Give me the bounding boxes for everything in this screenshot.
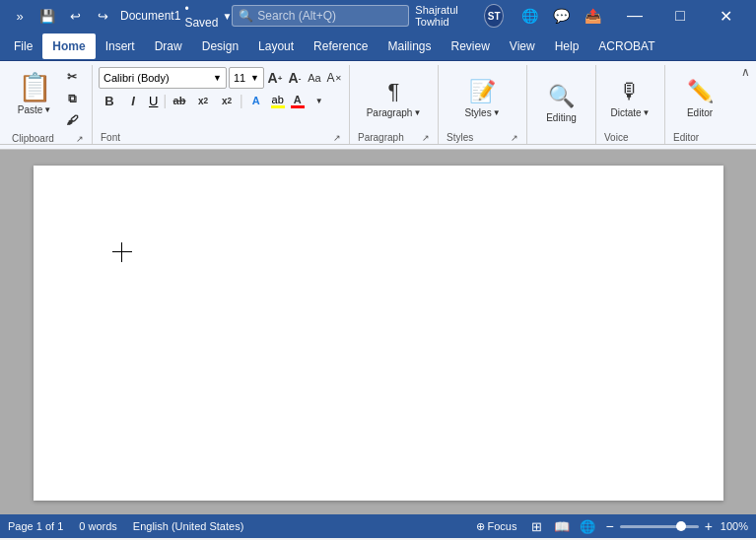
font-name-selector[interactable]: Calibri (Body) ▼ (99, 67, 227, 89)
styles-launcher[interactable]: ↗ (511, 133, 518, 143)
menu-home[interactable]: Home (42, 34, 95, 59)
highlight-btn[interactable]: ab (269, 93, 287, 109)
read-mode-btn[interactable]: 📖 (552, 516, 572, 536)
clipboard-launcher[interactable]: ↗ (76, 134, 84, 144)
cursor-vertical (121, 242, 122, 262)
menu-design[interactable]: Design (192, 34, 248, 59)
strikethrough-btn[interactable]: ab (169, 91, 190, 110)
menu-acrobat[interactable]: ACROBAT (588, 34, 664, 59)
superscript-btn[interactable]: x2 (216, 91, 238, 110)
expand-ribbon-btn[interactable]: » (8, 4, 32, 28)
dictate-label-area: Dictate ▼ (610, 107, 650, 118)
font-color-dropdown[interactable]: ▼ (309, 91, 330, 110)
font-launcher[interactable]: ↗ (333, 133, 341, 143)
undo-btn[interactable]: ↩ (63, 4, 87, 28)
paragraph-btn[interactable]: ¶ Paragraph ▼ (361, 71, 428, 126)
redo-btn[interactable]: ↪ (91, 4, 114, 28)
editing-group-label-row (533, 142, 589, 144)
font-content: Calibri (Body) ▼ 11 ▼ A+ A- Aa A✕ B I (99, 65, 343, 131)
clipboard-label: Clipboard (12, 133, 54, 144)
font-color-btn[interactable]: A (289, 93, 307, 109)
ribbon-group-editor: ✏️ Editor Editor (665, 65, 734, 144)
menu-view[interactable]: View (500, 34, 545, 59)
focus-btn[interactable]: ⊕ Focus (472, 516, 521, 536)
paragraph-dropdown-icon[interactable]: ▼ (413, 108, 421, 117)
increase-font-size-btn[interactable]: A+ (266, 69, 284, 87)
zoom-plus-btn[interactable]: + (703, 518, 715, 534)
search-bar[interactable]: 🔍 (232, 5, 409, 27)
user-profile[interactable]: Shajratul Towhid ST (409, 2, 510, 30)
styles-btn[interactable]: 📝 Styles ▼ (458, 71, 506, 126)
styles-dropdown-icon[interactable]: ▼ (493, 108, 501, 117)
voice-content: 🎙 Dictate ▼ (604, 65, 655, 131)
font-name-dropdown[interactable]: ▼ (213, 73, 222, 83)
clear-format-btn[interactable]: A✕ (325, 69, 343, 87)
clipboard-content: 📋 Paste ▼ ✂ ⧉ 🖌 (10, 65, 86, 132)
menu-help[interactable]: Help (545, 34, 589, 59)
ribbon-group-editing: 🔍 Editing (527, 65, 596, 144)
font-size-selector[interactable]: 11 ▼ (229, 67, 264, 89)
font-row1: Calibri (Body) ▼ 11 ▼ A+ A- Aa A✕ (99, 67, 343, 89)
maximize-btn[interactable]: □ (657, 0, 703, 32)
minimize-btn[interactable]: — (612, 0, 657, 32)
font-label: Font (101, 132, 120, 143)
bold-btn[interactable]: B (99, 91, 120, 110)
cut-btn[interactable]: ✂ (61, 67, 83, 87)
document-page[interactable] (34, 166, 723, 501)
menu-insert[interactable]: Insert (96, 34, 145, 59)
comments-icon[interactable]: 💬 (547, 4, 575, 28)
menu-reference[interactable]: Reference (304, 34, 378, 59)
menu-layout[interactable]: Layout (248, 34, 304, 59)
voice-label-row: Voice (602, 131, 658, 144)
underline-btn[interactable]: U (146, 93, 161, 109)
window-controls: — □ ✕ (612, 0, 748, 32)
menu-draw[interactable]: Draw (145, 34, 192, 59)
text-effects-btn[interactable]: A (245, 91, 267, 110)
paragraph-icon: ¶ (388, 79, 400, 104)
paragraph-label-row: Paragraph ↗ (356, 131, 432, 144)
print-layout-btn[interactable]: ⊞ (526, 516, 546, 536)
change-case-btn[interactable]: Aa (306, 69, 323, 87)
paste-dropdown-icon[interactable]: ▼ (43, 105, 51, 114)
ribbon-sep1: | (163, 93, 167, 108)
italic-btn[interactable]: I (122, 91, 144, 110)
decrease-font-size-btn[interactable]: A- (286, 69, 304, 87)
share-icon[interactable]: 📤 (579, 4, 606, 28)
avatar: ST (484, 4, 504, 28)
save-btn[interactable]: 💾 (35, 4, 59, 28)
close-btn[interactable]: ✕ (703, 0, 748, 32)
menu-review[interactable]: Review (442, 34, 500, 59)
doc-title: Document1 (120, 9, 180, 23)
zoom-minus-btn[interactable]: − (603, 518, 615, 534)
font-size-dropdown[interactable]: ▼ (250, 73, 259, 83)
dictate-icon: 🎙 (619, 79, 641, 104)
search-input[interactable] (257, 9, 402, 23)
web-layout-btn[interactable]: 🌐 (578, 516, 597, 536)
zoom-slider-thumb[interactable] (676, 521, 686, 531)
styles-content: 📝 Styles ▼ (458, 65, 506, 131)
editor-btn[interactable]: ✏️ Editor (680, 71, 720, 126)
paste-btn[interactable]: 📋 Paste ▼ (10, 67, 59, 122)
cursor-area (112, 244, 114, 262)
ribbon-collapse-btn[interactable]: ∧ (741, 65, 750, 79)
paragraph-label-area: Paragraph ▼ (367, 107, 422, 118)
menu-mailings[interactable]: Mailings (378, 34, 441, 59)
zoom-control: − + (603, 518, 714, 534)
dictate-btn[interactable]: 🎙 Dictate ▼ (604, 71, 655, 126)
menu-file[interactable]: File (4, 34, 42, 59)
ribbon-display-icon[interactable]: 🌐 (515, 4, 543, 28)
editor-group-label: Editor (673, 132, 699, 143)
paragraph-label: Paragraph (367, 107, 413, 118)
dictate-dropdown[interactable]: ▼ (643, 108, 651, 117)
editor-label-area: Editor (687, 107, 713, 118)
collapse-icon: ∧ (741, 65, 750, 79)
zoom-slider-track[interactable] (620, 525, 699, 528)
title-dropdown-icon[interactable]: ▼ (222, 11, 232, 22)
font-name-text: Calibri (Body) (103, 72, 170, 84)
copy-btn[interactable]: ⧉ (61, 89, 83, 108)
styles-label: Styles (464, 107, 491, 118)
format-painter-btn[interactable]: 🖌 (61, 110, 83, 130)
paragraph-launcher[interactable]: ↗ (422, 133, 430, 143)
editing-btn[interactable]: 🔍 Editing (540, 76, 583, 131)
subscript-btn[interactable]: x2 (192, 91, 214, 110)
